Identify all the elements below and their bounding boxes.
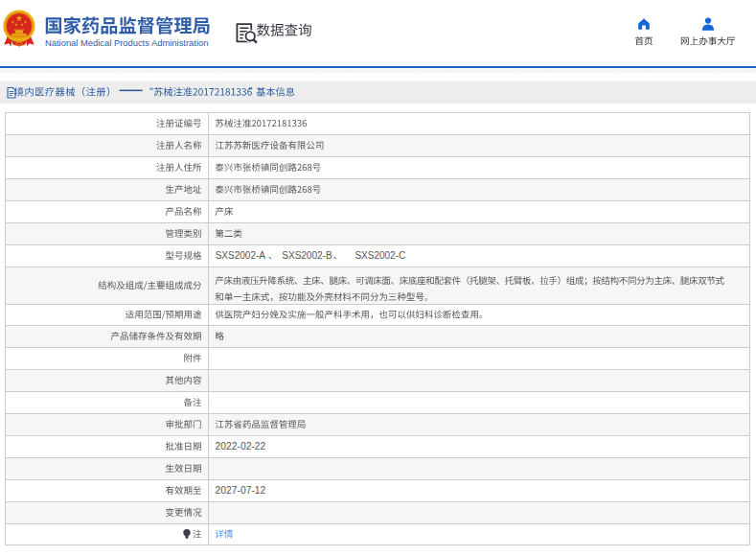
svg-text:SXS2002-A: SXS2002-A — [216, 250, 266, 261]
svg-text:2027-07-12: 2027-07-12 — [216, 485, 266, 496]
svg-text:SXS2002-C: SXS2002-C — [355, 250, 405, 261]
svg-text:National Medical Products Admi: National Medical Products Administration — [45, 37, 208, 48]
svg-text:2022-02-22: 2022-02-22 — [216, 441, 266, 452]
svg-text:SXS2002-B: SXS2002-B — [282, 250, 332, 261]
